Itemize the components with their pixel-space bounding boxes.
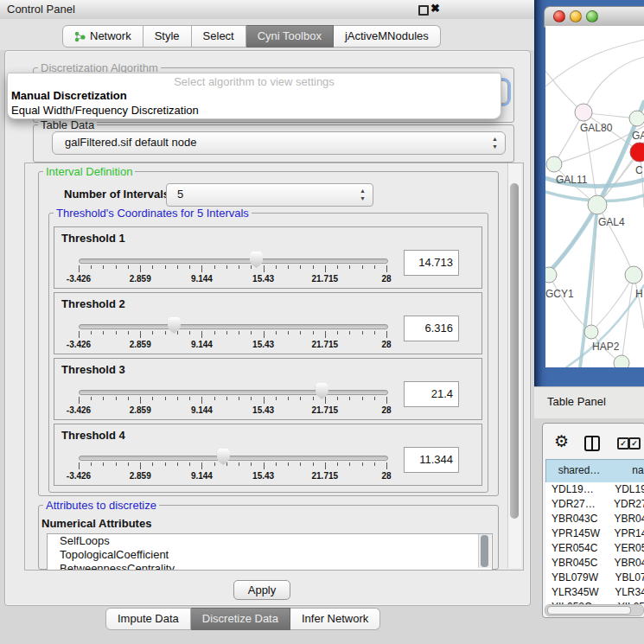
cell-shared-name[interactable]: YDR27… xyxy=(545,497,609,512)
table-hscrollbar-thumb[interactable] xyxy=(547,606,631,615)
table-row[interactable]: YBR045CYBR04 xyxy=(545,556,644,571)
slider-tick-labels: -3.4262.8599.14415.4321.71528 xyxy=(79,274,386,284)
node-label-gal4: GAL4 xyxy=(598,216,625,228)
number-of-intervals-spinner[interactable]: 5 ▲▼ xyxy=(166,183,373,207)
node-h[interactable] xyxy=(625,266,642,284)
threshold-value-field[interactable]: 6.316 xyxy=(404,316,459,341)
tab-label: Network xyxy=(90,26,131,47)
split-table-icon[interactable] xyxy=(584,436,600,451)
interval-definition-title: Interval Definition xyxy=(43,165,135,178)
cell-shared-name[interactable]: YDL19… xyxy=(545,482,610,497)
cell-name[interactable]: YLR34 xyxy=(610,585,644,600)
node-unlabeled[interactable] xyxy=(614,355,629,367)
table-row[interactable]: YBR043CYBR04 xyxy=(545,512,644,526)
node-label-hap2: HAP2 xyxy=(592,341,620,353)
node-gal4[interactable] xyxy=(588,195,607,214)
attribute-item-selfloops[interactable]: SelfLoops xyxy=(48,534,492,548)
cell-name[interactable]: YPR14 xyxy=(609,526,644,541)
number-of-intervals-label: Number of Intervals xyxy=(64,188,169,201)
popup-placeholder-option: Select algorithm to view settings xyxy=(8,73,501,88)
attributes-list-scrollbar-thumb[interactable] xyxy=(481,535,488,567)
slider-track[interactable] xyxy=(79,390,388,395)
node-hap2[interactable] xyxy=(584,325,598,339)
node-label-ga: GA xyxy=(632,130,644,142)
tab-label: Impute Data xyxy=(118,609,179,629)
minimize-traffic-light-icon[interactable] xyxy=(570,10,582,22)
slider-track[interactable] xyxy=(79,258,388,264)
screenshot-root: Control Panel ✖ NetworkStyleSelectCyni T… xyxy=(0,0,644,644)
threshold-label: Threshold 2 xyxy=(61,297,125,310)
cell-name[interactable]: YDR27 xyxy=(609,497,644,512)
node-label-gal80: GAL80 xyxy=(580,122,613,134)
node-gal11[interactable] xyxy=(546,156,562,172)
table-data-combobox[interactable]: galFiltered.sif default node ▲▼ xyxy=(52,131,506,155)
threshold-label: Threshold 3 xyxy=(61,363,125,376)
popup-option-equal-width-frequency[interactable]: Equal Width/Frequency Discretization xyxy=(8,103,501,118)
tab-impute-data[interactable]: Impute Data xyxy=(105,608,191,630)
tab-jactivemnodules[interactable]: jActiveMNodules xyxy=(334,25,441,48)
table-row[interactable]: YBL079WYBL07 xyxy=(545,571,644,585)
checkbox-icon[interactable]: ✓ xyxy=(628,437,641,450)
tab-label: jActiveMNodules xyxy=(345,26,429,47)
cell-shared-name[interactable]: YBL079W xyxy=(545,571,611,585)
panel-scrollbar-thumb[interactable] xyxy=(510,183,519,519)
node-table[interactable]: YDL19…YDL19YDR27…YDR27YBR043CYBR04YPR145… xyxy=(545,482,644,604)
slider-ticks xyxy=(79,331,386,339)
tab-cyni-toolbox[interactable]: Cyni Toolbox xyxy=(246,25,334,48)
tab-network[interactable]: Network xyxy=(62,25,143,48)
top-tab-bar: NetworkStyleSelectCyni ToolboxjActiveMNo… xyxy=(62,25,441,48)
slider-track[interactable] xyxy=(79,324,388,329)
tab-infer-network[interactable]: Infer Network xyxy=(290,608,380,630)
threshold-value-field[interactable]: 21.4 xyxy=(404,381,459,407)
apply-button[interactable]: Apply xyxy=(233,580,290,600)
cell-shared-name[interactable]: YER054C xyxy=(545,541,609,556)
threshold-value-field[interactable]: 14.713 xyxy=(404,250,459,276)
table-panel-title: Table Panel xyxy=(547,395,606,408)
node-ga[interactable] xyxy=(629,111,644,126)
table-data-combobox-value: galFiltered.sif default node xyxy=(65,136,196,149)
tab-select[interactable]: Select xyxy=(192,25,246,48)
node-gcy1[interactable] xyxy=(545,267,557,283)
attribute-item-topologicalcoefficient[interactable]: TopologicalCoefficient xyxy=(48,548,492,562)
network-graph: GAL80GACGAL11GAL4GCY1HHAP2 xyxy=(545,26,644,367)
node-gal80[interactable] xyxy=(575,104,592,121)
slider-tick-labels: -3.4262.8599.14415.4321.71528 xyxy=(79,471,386,481)
cell-shared-name[interactable]: YBR045C xyxy=(545,556,609,571)
slider-ticks xyxy=(79,265,386,273)
zoom-traffic-light-icon[interactable] xyxy=(586,10,598,22)
table-row[interactable]: YDL19…YDL19 xyxy=(545,482,644,497)
table-row[interactable]: YDR27…YDR27 xyxy=(545,497,644,512)
table-row[interactable]: YPR145WYPR14 xyxy=(545,526,644,541)
cell-name[interactable]: YBR04 xyxy=(609,556,644,571)
tab-discretize-data[interactable]: Discretize Data xyxy=(191,608,290,630)
cell-name[interactable]: YER05 xyxy=(609,541,644,556)
intervals-value: 5 xyxy=(177,188,183,201)
slider-tick-labels: -3.4262.8599.14415.4321.71528 xyxy=(79,405,386,416)
cell-shared-name[interactable]: YBR043C xyxy=(545,512,609,526)
slider-track[interactable] xyxy=(79,456,388,461)
cell-shared-name[interactable]: YLR345W xyxy=(545,585,610,600)
slider-ticks xyxy=(79,462,386,470)
tab-label: Discretize Data xyxy=(202,609,278,629)
float-window-icon[interactable] xyxy=(418,5,429,16)
threshold-value-field[interactable]: 11.344 xyxy=(404,447,459,473)
table-row[interactable]: YLR345WYLR34 xyxy=(545,585,644,600)
numerical-attributes-list[interactable]: SelfLoopsTopologicalCoefficientBetweenne… xyxy=(47,533,493,571)
cell-name[interactable]: YBR04 xyxy=(609,512,644,526)
cell-shared-name[interactable]: YPR145W xyxy=(545,526,609,541)
checkbox-icon[interactable]: ✓ xyxy=(617,437,629,450)
network-canvas[interactable]: GAL80GACGAL11GAL4GCY1HHAP2 xyxy=(545,26,644,367)
table-row[interactable]: YER054CYER05 xyxy=(545,541,644,556)
cell-name[interactable]: YDL19 xyxy=(610,482,644,497)
popup-option-manual-discretization[interactable]: Manual Discretization xyxy=(8,88,501,103)
node-label-gal11: GAL11 xyxy=(556,174,588,186)
column-header-name[interactable]: na xyxy=(612,459,644,483)
gear-icon[interactable]: ⚙ xyxy=(554,431,569,451)
column-header-shared[interactable]: shared… xyxy=(545,459,613,483)
cell-name[interactable]: YBL07 xyxy=(611,571,644,585)
attribute-item-betweennesscentrality[interactable]: BetweennessCentrality xyxy=(48,562,492,571)
node-label-c: C xyxy=(635,164,643,176)
tab-style[interactable]: Style xyxy=(143,25,192,48)
close-traffic-light-icon[interactable] xyxy=(553,10,565,22)
close-icon[interactable]: ✖ xyxy=(430,2,440,15)
